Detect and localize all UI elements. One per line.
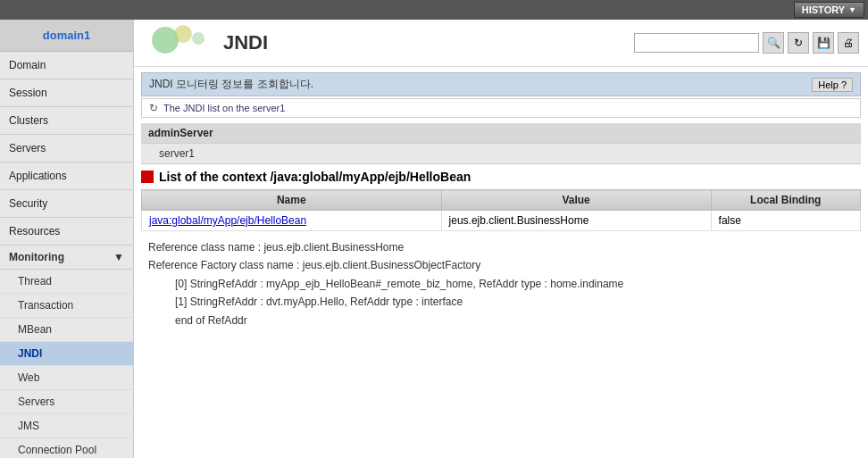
content-header: JNDI 🔍 ↻ 💾 🖨 [134,20,868,67]
ref-line-2: Reference Factory class name : jeus.ejb.… [148,256,854,274]
sidebar: domain1 Domain Session Clusters Servers … [0,20,134,458]
help-icon: ? [841,79,847,90]
page-title: JNDI [223,31,268,54]
server1-row[interactable]: server1 [141,144,861,164]
jndi-section-title: List of the context /java:global/myApp/e… [159,170,471,184]
sidebar-item-jms[interactable]: JMS [0,414,133,438]
sidebar-domain-title[interactable]: domain1 [0,20,133,52]
refresh-button[interactable]: ↻ [788,32,809,54]
search-button[interactable]: 🔍 [763,32,784,54]
jndi-table: Name Value Local Binding java:global/myA… [141,189,861,231]
sidebar-item-web[interactable]: Web [0,366,133,390]
cell-name[interactable]: java:global/myApp/ejb/HelloBean [142,211,442,231]
server-section: adminServer server1 [141,123,861,164]
ref-line-1: Reference class name : jeus.ejb.client.B… [148,238,854,256]
save-button[interactable]: 💾 [813,32,834,54]
sidebar-item-jndi[interactable]: JNDI [0,342,133,366]
cell-value: jeus.ejb.client.BusinessHome [441,211,711,231]
main-layout: domain1 Domain Session Clusters Servers … [0,20,868,458]
help-label: Help [818,79,839,90]
cell-local-binding: false [711,211,860,231]
sidebar-item-servers-mon[interactable]: Servers [0,390,133,414]
deco-circle-2 [174,25,192,43]
info-message: JNDI 모니터링 정보를 조회합니다. [149,77,313,92]
table-header-row: Name Value Local Binding [142,190,861,211]
sidebar-item-resources[interactable]: Resources [0,218,133,246]
help-button[interactable]: Help ? [812,78,853,92]
ref-line-4: [1] StringRefAddr : dvt.myApp.Hello, Ref… [148,293,854,311]
top-bar: HISTORY ▼ [0,0,868,20]
sidebar-item-security[interactable]: Security [0,190,133,218]
col-name: Name [142,190,442,211]
red-square-icon [141,171,154,183]
admin-server-row[interactable]: adminServer [141,123,861,144]
sub-refresh-icon: ↻ [149,102,158,114]
jndi-section-header: List of the context /java:global/myApp/e… [141,170,861,184]
monitoring-label: Monitoring [9,251,64,263]
history-button[interactable]: HISTORY ▼ [794,2,864,18]
sidebar-item-domain[interactable]: Domain [0,52,133,79]
history-label: HISTORY [802,4,845,15]
ref-line-5: end of RefAddr [148,312,854,329]
print-button[interactable]: 🖨 [838,32,859,54]
sub-info-message: The JNDI list on the server1 [163,103,285,113]
sidebar-section-monitoring[interactable]: Monitoring ▼ [0,246,133,270]
sub-info-bar: ↻ The JNDI list on the server1 [141,98,861,118]
monitoring-toggle-icon: ▼ [113,251,124,263]
ref-line-3: [0] StringRefAddr : myApp_ejb_HelloBean#… [148,275,854,293]
col-local-binding: Local Binding [711,190,860,211]
content-area: JNDI 🔍 ↻ 💾 🖨 JNDI 모니터링 정보를 조회합니다. Help ?… [134,20,868,458]
history-arrow-icon: ▼ [848,5,856,14]
deco-circle-3 [192,32,204,45]
jndi-name-link[interactable]: java:global/myApp/ejb/HelloBean [149,214,306,227]
sidebar-item-transaction[interactable]: Transaction [0,294,133,318]
sidebar-item-thread[interactable]: Thread [0,270,133,294]
sidebar-item-connection-pool[interactable]: Connection Pool [0,438,133,458]
jndi-list-section: List of the context /java:global/myApp/e… [141,170,861,329]
reference-info: Reference class name : jeus.ejb.client.B… [148,238,854,329]
sidebar-item-servers[interactable]: Servers [0,135,133,162]
sidebar-item-clusters[interactable]: Clusters [0,107,133,135]
sidebar-item-applications[interactable]: Applications [0,162,133,190]
info-bar: JNDI 모니터링 정보를 조회합니다. Help ? [141,72,861,96]
header-toolbar: 🔍 ↻ 💾 🖨 [634,32,859,54]
table-row: java:global/myApp/ejb/HelloBean jeus.ejb… [142,211,861,231]
sidebar-item-session[interactable]: Session [0,79,133,107]
search-input[interactable] [634,33,759,53]
col-value: Value [441,190,711,211]
sidebar-item-mbean[interactable]: MBean [0,318,133,342]
decorative-circles [143,25,214,61]
